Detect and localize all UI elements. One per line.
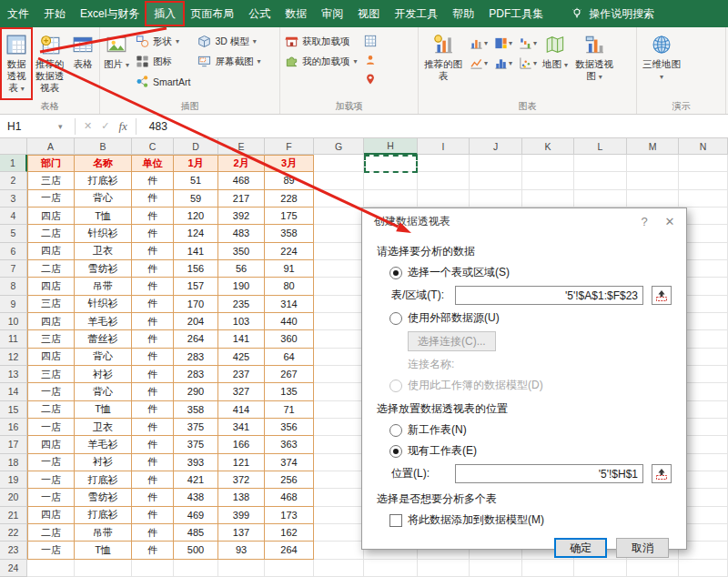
ribbon-button-屏幕截图[interactable]: 屏幕截图▾	[195, 53, 263, 70]
cell-K2[interactable]	[522, 172, 574, 189]
cell-D4[interactable]: 120	[174, 208, 218, 225]
cell-B17[interactable]: 羊毛衫	[75, 436, 132, 453]
cell-F15[interactable]: 71	[265, 401, 314, 419]
cell-G8[interactable]	[314, 278, 364, 295]
row-header-21[interactable]: 21	[0, 507, 27, 524]
cell-N3[interactable]	[679, 190, 728, 208]
cell-G22[interactable]	[314, 524, 364, 542]
ribbon-button-获取加载项[interactable]: 获取加载项	[282, 33, 360, 50]
cell-B10[interactable]: 羊毛衫	[75, 313, 132, 330]
cell-D2[interactable]: 51	[174, 172, 218, 189]
row-header-19[interactable]: 19	[0, 471, 27, 489]
cell-E17[interactable]: 166	[218, 436, 265, 453]
row-header-1[interactable]: 1	[0, 155, 27, 172]
cell-B6[interactable]: 卫衣	[75, 243, 132, 260]
tell-me-search[interactable]: 操作说明搜索	[571, 6, 654, 22]
cell-G19[interactable]	[314, 471, 364, 489]
cell-A23[interactable]: 一店	[27, 542, 75, 559]
cell-E22[interactable]: 137	[218, 524, 265, 542]
cell-F12[interactable]: 64	[265, 349, 314, 366]
row-header-9[interactable]: 9	[0, 296, 27, 313]
cell-A24[interactable]	[27, 560, 75, 577]
cell-J1[interactable]	[470, 155, 522, 172]
column-header-G[interactable]: G	[314, 138, 364, 155]
cell-A2[interactable]: 三店	[27, 172, 75, 189]
cell-L1[interactable]	[574, 155, 627, 172]
cell-G21[interactable]	[314, 507, 364, 524]
column-header-J[interactable]: J	[470, 138, 522, 155]
cell-E16[interactable]: 341	[218, 419, 265, 436]
cell-G12[interactable]	[314, 349, 364, 366]
cell-D8[interactable]: 157	[174, 278, 218, 295]
cell-A18[interactable]: 一店	[27, 454, 75, 471]
cell-G7[interactable]	[314, 260, 364, 278]
cell-F13[interactable]: 267	[265, 366, 314, 383]
cell-M2[interactable]	[627, 172, 679, 189]
cell-F23[interactable]: 264	[265, 542, 314, 559]
cell-L3[interactable]	[574, 190, 627, 208]
row-header-16[interactable]: 16	[0, 419, 27, 436]
column-header-H[interactable]: H	[364, 138, 418, 155]
dialog-close-button[interactable]: ✕	[657, 211, 682, 231]
cell-M1[interactable]	[627, 155, 679, 172]
cell-B16[interactable]: 卫衣	[75, 419, 132, 436]
menu-tab-审阅[interactable]: 审阅	[314, 3, 350, 25]
menu-tab-帮助[interactable]: 帮助	[445, 3, 481, 25]
cell-D24[interactable]	[174, 560, 218, 577]
cell-A16[interactable]: 一店	[27, 419, 75, 436]
cell-A13[interactable]: 三店	[27, 366, 75, 383]
column-header-I[interactable]: I	[418, 138, 470, 155]
cell-E1[interactable]: 2月	[218, 155, 265, 172]
cell-D1[interactable]: 1月	[174, 155, 218, 172]
cell-G17[interactable]	[314, 436, 364, 453]
radio-workbook-data-model[interactable]: 使用此工作簿的数据模型(D)	[377, 378, 672, 393]
ribbon-chart-statchart[interactable]: ▾	[492, 56, 514, 71]
cell-F4[interactable]: 175	[265, 208, 314, 225]
row-header-23[interactable]: 23	[0, 542, 27, 559]
cell-E23[interactable]: 93	[218, 542, 265, 559]
row-header-14[interactable]: 14	[0, 383, 27, 400]
column-header-C[interactable]: C	[132, 138, 174, 155]
cell-A11[interactable]: 三店	[27, 330, 75, 348]
cancel-button[interactable]: 取消	[616, 538, 669, 558]
cell-G9[interactable]	[314, 296, 364, 313]
cell-K3[interactable]	[522, 190, 574, 208]
cell-E13[interactable]: 237	[218, 366, 265, 383]
cell-B4[interactable]: T恤	[75, 208, 132, 225]
choose-connection-button[interactable]: 选择连接(C)...	[408, 331, 496, 351]
cell-D9[interactable]: 170	[174, 296, 218, 313]
formula-input[interactable]: 483	[140, 120, 728, 133]
cell-C24[interactable]	[132, 560, 174, 577]
cell-B11[interactable]: 蕾丝衫	[75, 330, 132, 348]
cell-D5[interactable]: 124	[174, 225, 218, 242]
column-header-F[interactable]: F	[265, 138, 314, 155]
cell-F1[interactable]: 3月	[265, 155, 314, 172]
cell-L24[interactable]	[574, 560, 627, 577]
cell-G15[interactable]	[314, 401, 364, 419]
cell-E5[interactable]: 483	[218, 225, 265, 242]
cell-F3[interactable]: 228	[265, 190, 314, 208]
cancel-entry-icon[interactable]: ✕	[79, 120, 96, 132]
cell-A21[interactable]: 四店	[27, 507, 75, 524]
cell-B19[interactable]: 打底衫	[75, 471, 132, 489]
cell-A17[interactable]: 四店	[27, 436, 75, 453]
radio-external-source[interactable]: 使用外部数据源(U)	[377, 310, 672, 326]
cell-B24[interactable]	[75, 560, 132, 577]
cell-C17[interactable]: 件	[132, 436, 174, 453]
cell-B22[interactable]: 吊带	[75, 524, 132, 542]
cell-F2[interactable]: 89	[265, 172, 314, 189]
row-header-17[interactable]: 17	[0, 436, 27, 453]
cell-E19[interactable]: 372	[218, 471, 265, 489]
cell-E24[interactable]	[218, 560, 265, 577]
cell-L2[interactable]	[574, 172, 627, 189]
cell-M3[interactable]	[627, 190, 679, 208]
ribbon-button-地图[interactable]: 地图 ▾	[541, 29, 570, 98]
cell-F9[interactable]: 314	[265, 296, 314, 313]
cell-E20[interactable]: 138	[218, 489, 265, 506]
ribbon-button-图标[interactable]: 图标	[133, 53, 193, 70]
cell-B15[interactable]: T恤	[75, 401, 132, 419]
cell-D19[interactable]: 421	[174, 471, 218, 489]
cell-F17[interactable]: 363	[265, 436, 314, 453]
cell-D23[interactable]: 500	[174, 542, 218, 559]
cell-D6[interactable]: 141	[174, 243, 218, 260]
